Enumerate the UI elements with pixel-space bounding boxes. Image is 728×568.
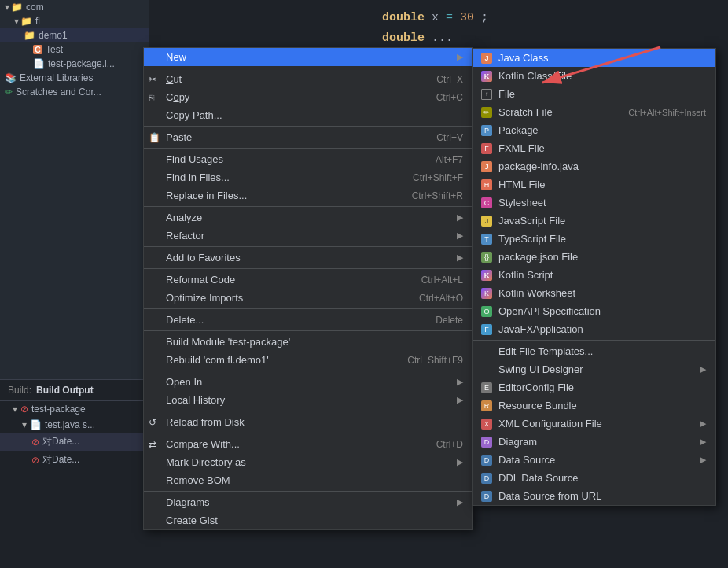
- kotlin-worksheet-icon: K: [481, 288, 492, 299]
- menu-item-compare[interactable]: ⇄ Compare With... Ctrl+D: [144, 435, 472, 453]
- submenu-item-fxml[interactable]: F FXML File: [473, 139, 715, 157]
- tree-item-fl[interactable]: ▾ 📁 fl: [0, 14, 149, 28]
- compare-shortcut: Ctrl+D: [436, 439, 463, 450]
- submenu-item-kotlin-script[interactable]: K Kotlin Script: [473, 266, 715, 284]
- submenu-item-pkg-info[interactable]: J package-info.java: [473, 157, 715, 175]
- tree-item-scratches[interactable]: ✏ Scratches and Cor...: [0, 85, 149, 99]
- copy-icon: ⎘: [149, 92, 154, 103]
- rebuild-shortcut: Ctrl+Shift+F9: [407, 355, 463, 366]
- submenu-item-data-source[interactable]: D Data Source ▶: [473, 451, 715, 469]
- menu-item-open-in[interactable]: Open In ▶: [144, 373, 472, 391]
- submenu-item-swing-ui[interactable]: Swing UI Designer ▶: [473, 360, 715, 378]
- submenu-item-url-source[interactable]: D Data Source from URL: [473, 487, 715, 505]
- menu-divider-2: [144, 148, 472, 149]
- find-files-shortcut: Ctrl+Shift+F: [413, 172, 463, 183]
- tree-item-testpkg[interactable]: 📄 test-package.i...: [0, 57, 149, 71]
- menu-divider-11: [144, 491, 472, 492]
- menu-item-cut-label: Cut: [166, 73, 182, 85]
- menu-divider-4: [144, 246, 472, 247]
- menu-item-mark-dir[interactable]: Mark Directory as ▶: [144, 453, 472, 471]
- kotlin-script-icon: K: [481, 270, 492, 281]
- menu-item-paste-label: Paste: [166, 131, 192, 143]
- menu-item-find-usages[interactable]: Find Usages Alt+F7: [144, 150, 472, 168]
- submenu-item-ddl-source[interactable]: D DDL Data Source: [473, 469, 715, 487]
- file-icon-sub: f: [481, 89, 492, 100]
- package-icon: P: [481, 125, 492, 136]
- menu-divider-9: [144, 411, 472, 411]
- submenu-item-html[interactable]: H HTML File: [473, 175, 715, 194]
- error-icon-3: ⊘: [31, 455, 39, 466]
- menu-item-local-history[interactable]: Local History ▶: [144, 391, 472, 409]
- menu-item-diagrams[interactable]: Diagrams ▶: [144, 493, 472, 511]
- submenu-item-scratch[interactable]: ✏ Scratch File Ctrl+Alt+Shift+Insert: [473, 103, 715, 121]
- menu-item-analyze[interactable]: Analyze ▶: [144, 208, 472, 227]
- tree-item-demo1[interactable]: 📁 demo1: [0, 28, 149, 42]
- submenu-item-kotlin-worksheet[interactable]: K Kotlin Worksheet: [473, 284, 715, 302]
- submenu-item-pkgjson[interactable]: {} package.json File: [473, 248, 715, 266]
- scratch-icon: ✏: [481, 107, 492, 118]
- openapi-icon: O: [481, 306, 492, 317]
- menu-item-remove-bom[interactable]: Remove BOM: [144, 471, 472, 489]
- submenu-item-js[interactable]: J JavaScript File: [473, 212, 715, 230]
- menu-item-replace-files[interactable]: Replace in Files... Ctrl+Shift+R: [144, 186, 472, 205]
- tree-item-extlibs[interactable]: 📚 External Libraries: [0, 71, 149, 85]
- menu-item-reformat[interactable]: Reformat Code Ctrl+Alt+L: [144, 271, 472, 289]
- menu-divider-10: [144, 433, 472, 433]
- optimize-shortcut: Ctrl+Alt+O: [419, 293, 463, 304]
- menu-item-refactor[interactable]: Refactor ▶: [144, 227, 472, 245]
- open-in-arrow: ▶: [457, 377, 463, 387]
- sub-divider-1: [473, 340, 715, 341]
- menu-item-optimize-imports[interactable]: Optimize Imports Ctrl+Alt+O: [144, 289, 472, 307]
- menu-item-reload[interactable]: ↺ Reload from Disk: [144, 413, 472, 431]
- analyze-arrow: ▶: [457, 212, 463, 223]
- cut-shortcut: Ctrl+X: [436, 74, 463, 85]
- menu-divider-0: [144, 68, 472, 68]
- reload-icon: ↺: [149, 417, 156, 428]
- menu-item-build-module[interactable]: Build Module 'test-package': [144, 333, 472, 351]
- menu-divider-3: [144, 206, 472, 207]
- tree-item-test[interactable]: C Test: [0, 42, 149, 57]
- submenu-item-xml-config[interactable]: X XML Configuration File ▶: [473, 415, 715, 433]
- menu-item-copy[interactable]: ⎘ Copy Ctrl+C: [144, 88, 472, 106]
- submenu-item-package[interactable]: P Package: [473, 121, 715, 139]
- menu-item-paste[interactable]: 📋 Paste Ctrl+V: [144, 128, 472, 146]
- file-icon: 📄: [30, 419, 42, 430]
- submenu-item-java-class[interactable]: J Java Class: [473, 49, 715, 67]
- menu-divider-8: [144, 371, 472, 371]
- menu-item-add-favorites[interactable]: Add to Favorites ▶: [144, 249, 472, 267]
- submenu-item-editorconfig[interactable]: E EditorConfig File: [473, 378, 715, 396]
- submenu-item-javafx[interactable]: F JavaFXApplication: [473, 320, 715, 338]
- submenu-item-diagram[interactable]: D Diagram ▶: [473, 433, 715, 451]
- swing-submenu-arrow: ▶: [700, 364, 706, 374]
- html-icon: H: [481, 179, 492, 190]
- menu-item-copy-path[interactable]: Copy Path...: [144, 106, 472, 124]
- ts-icon: T: [481, 234, 492, 245]
- submenu-item-stylesheet[interactable]: C Stylesheet: [473, 194, 715, 212]
- submenu-item-edit-templates[interactable]: Edit File Templates...: [473, 342, 715, 360]
- refactor-arrow: ▶: [457, 231, 463, 241]
- menu-divider-1: [144, 126, 472, 127]
- menu-item-cut[interactable]: ✂ Cut Ctrl+X: [144, 70, 472, 88]
- menu-item-delete[interactable]: Delete... Delete: [144, 311, 472, 329]
- js-icon: J: [481, 216, 492, 227]
- submenu-item-resource-bundle[interactable]: R Resource Bundle: [473, 396, 715, 415]
- kotlin-class-icon: K: [481, 71, 492, 82]
- fxml-icon: F: [481, 143, 492, 154]
- tree-item-com[interactable]: ▾ 📁 com: [0, 0, 149, 14]
- data-source-icon: D: [481, 455, 492, 466]
- copy-shortcut: Ctrl+C: [436, 92, 463, 103]
- menu-item-new-label: New: [166, 51, 186, 63]
- menu-item-rebuild[interactable]: Rebuild 'com.fl.demo1' Ctrl+Shift+F9: [144, 351, 472, 369]
- submenu-item-kotlin-class[interactable]: K Kotlin Class/File: [473, 67, 715, 85]
- menu-item-find-files[interactable]: Find in Files... Ctrl+Shift+F: [144, 168, 472, 186]
- submenu-item-file[interactable]: f File: [473, 85, 715, 103]
- diagrams-arrow: ▶: [457, 497, 463, 507]
- menu-divider-6: [144, 308, 472, 309]
- menu-item-create-gist[interactable]: Create Gist: [144, 511, 472, 529]
- pkg-info-icon: J: [481, 161, 492, 172]
- context-menu: New ▶ J Java Class K Kotlin Class/File f…: [143, 47, 473, 530]
- menu-item-new[interactable]: New ▶ J Java Class K Kotlin Class/File f…: [144, 48, 472, 66]
- submenu-item-openapi[interactable]: O OpenAPI Specification: [473, 302, 715, 320]
- paste-shortcut: Ctrl+V: [436, 132, 463, 143]
- submenu-item-ts[interactable]: T TypeScript File: [473, 230, 715, 248]
